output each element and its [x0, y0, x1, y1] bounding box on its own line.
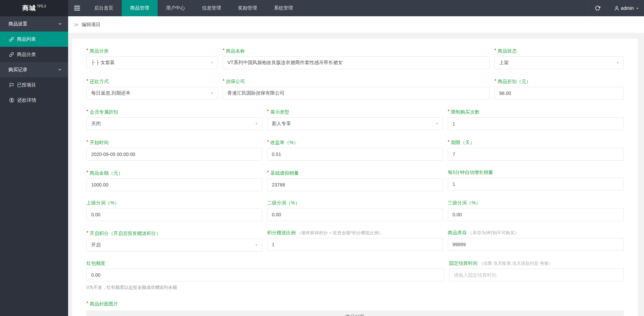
product-amount-input[interactable]: [86, 178, 262, 191]
sidebar-group-label: 购买记录: [8, 67, 27, 73]
select-value: ├ ├ 女套装: [91, 60, 115, 66]
field-label: 商品状态: [495, 48, 624, 54]
field-label: 固定结算时间 （仅限 当天投资,当天还款付息 有效）: [449, 261, 624, 266]
sidebar-item-product-category[interactable]: 商品分类: [0, 47, 68, 62]
field-label: 展示类型: [267, 109, 443, 115]
points-ratio-input[interactable]: [267, 238, 443, 251]
nav-item-dashboard[interactable]: 后台首页: [86, 0, 122, 16]
field-label: 二级分润（%）: [267, 200, 443, 205]
content-area: 商品分类 ├ ├ 女套装 ▼ 商品名称 商品状态 上架 ▼: [68, 33, 644, 316]
display-type-select[interactable]: 新人专享 ▼: [267, 117, 443, 130]
field-label: 红包额度: [86, 261, 444, 266]
nav-item-system-management[interactable]: 系统管理: [265, 0, 301, 16]
cover-table-header: 商品封面: [87, 311, 623, 316]
cover-image-label: 商品封面图片: [86, 301, 624, 307]
field-label: 担保公司: [223, 78, 490, 84]
select-value: 开启: [91, 242, 101, 248]
chevron-down-icon: ▼: [255, 122, 258, 125]
refresh-icon: [595, 5, 600, 11]
product-status-select[interactable]: 上架 ▼: [495, 56, 624, 69]
chevron-down-icon: ▼: [210, 61, 214, 64]
product-category-select[interactable]: ├ ├ 女套装 ▼: [86, 56, 218, 69]
breadcrumb: ≫ 编辑项目: [68, 16, 644, 33]
field-label: 上级分润（%）: [86, 200, 262, 205]
yield-rate-input[interactable]: [267, 148, 443, 161]
chevron-down-icon: ▼: [255, 243, 258, 247]
field-label: 三级分润（%）: [448, 200, 624, 205]
username: admin: [621, 5, 634, 11]
field-label: 商品名称: [223, 48, 490, 54]
chevron-down-icon: [58, 67, 62, 72]
page-title: 编辑项目: [82, 22, 101, 28]
app-logo: 商城 TP5.3: [0, 0, 68, 16]
repayment-method-select[interactable]: 每日返息,到期还本 ▼: [86, 87, 218, 100]
field-label: 每5分钟自动增长销量: [448, 170, 624, 175]
user-icon: [614, 6, 619, 11]
settlement-time-input[interactable]: [449, 269, 624, 281]
nav-item-user-center[interactable]: 用户中心: [158, 0, 194, 16]
cover-image-table: 商品封面: [86, 311, 624, 316]
field-label: 基础虚拟销量: [267, 170, 443, 176]
product-name-input[interactable]: [223, 56, 490, 69]
refresh-button[interactable]: [587, 0, 608, 16]
guarantee-company-input[interactable]: [223, 87, 490, 100]
chevron-down-icon: [58, 22, 62, 26]
level2-profit-input[interactable]: [267, 208, 443, 221]
link-icon: [9, 52, 14, 57]
level1-profit-input[interactable]: [86, 208, 262, 221]
select-value: 新人专享: [272, 121, 291, 127]
field-label: 商品分类: [86, 48, 218, 54]
field-label: 开启积分（开启后投资赠送积分）: [86, 230, 262, 236]
field-label: 收益率（%）: [267, 139, 443, 145]
cover-image-section: 商品封面图片 商品封面: [86, 301, 624, 316]
select-value: 关闭: [91, 121, 101, 127]
field-label: 还款方式: [86, 78, 218, 84]
level3-profit-input[interactable]: [448, 208, 624, 221]
sidebar-group-product-settings[interactable]: 商品设置: [0, 16, 68, 32]
sidebar-group-label: 商品设置: [8, 21, 27, 27]
sidebar-item-product-list[interactable]: 商品列表: [0, 32, 68, 47]
flag-icon: [9, 83, 14, 87]
sidebar-item-label: 已投项目: [17, 82, 36, 88]
app-title: 商城: [22, 4, 36, 13]
sidebar-item-label: 商品分类: [17, 52, 36, 58]
start-time-input[interactable]: [86, 148, 262, 161]
chevron-down-icon: ▼: [210, 92, 214, 95]
sidebar-group-purchase-records[interactable]: 购买记录: [0, 62, 68, 77]
chevron-down-icon: ▼: [436, 122, 439, 125]
nav-item-info-management[interactable]: 信息管理: [194, 0, 229, 16]
field-label: 商品金额（元）: [86, 170, 262, 176]
nav-item-product-management[interactable]: 商品管理: [122, 0, 158, 16]
nav-item-reward-management[interactable]: 奖励管理: [229, 0, 265, 16]
base-virtual-sales-input[interactable]: [267, 178, 443, 191]
auto-growth-sales-input[interactable]: [448, 178, 624, 191]
sidebar-item-invested-projects[interactable]: 已投项目: [0, 77, 68, 93]
stock-input[interactable]: [448, 238, 624, 251]
user-menu[interactable]: admin: [608, 0, 644, 16]
product-discount-input[interactable]: [495, 87, 624, 100]
main-menu: 后台首页 商品管理 用户中心 信息管理 奖励管理 系统管理: [86, 0, 301, 16]
red-packet-help-text: 0为不发，红包额度以起投金额成倍赠送到余额: [86, 284, 444, 291]
hamburger-icon: [74, 6, 80, 11]
sidebar-item-repayment-details[interactable]: 还款详情: [0, 93, 68, 108]
field-label: 商品库存 （库存为0时则不可购买）: [448, 230, 624, 235]
field-label: 会员专属折扣: [86, 109, 262, 115]
field-label: 开始时间: [86, 139, 262, 145]
field-label: 商品折扣（元）: [495, 78, 624, 84]
link-icon: [9, 37, 14, 42]
member-discount-select[interactable]: 关闭 ▼: [86, 117, 262, 130]
points-enable-select[interactable]: 开启 ▼: [86, 239, 262, 252]
term-days-input[interactable]: [448, 148, 624, 161]
field-label: 限制购买次数: [448, 109, 624, 115]
purchase-limit-input[interactable]: [448, 117, 624, 130]
sidebar: 商品设置 商品列表 商品分类 购买记录 已投项目 还款详情: [0, 16, 68, 316]
sidebar-item-label: 还款详情: [17, 97, 36, 103]
sidebar-toggle-button[interactable]: [68, 0, 86, 16]
edit-form-card: 商品分类 ├ ├ 女套装 ▼ 商品名称 商品状态 上架 ▼: [72, 39, 638, 316]
breadcrumb-arrow-icon: ≫: [74, 22, 79, 28]
sidebar-item-label: 商品列表: [17, 36, 36, 42]
select-value: 上架: [499, 60, 509, 66]
red-packet-input[interactable]: [86, 269, 444, 281]
chevron-down-icon: [636, 6, 639, 10]
top-navbar: 商城 TP5.3 后台首页 商品管理 用户中心 信息管理 奖励管理 系统管理 a…: [0, 0, 644, 16]
